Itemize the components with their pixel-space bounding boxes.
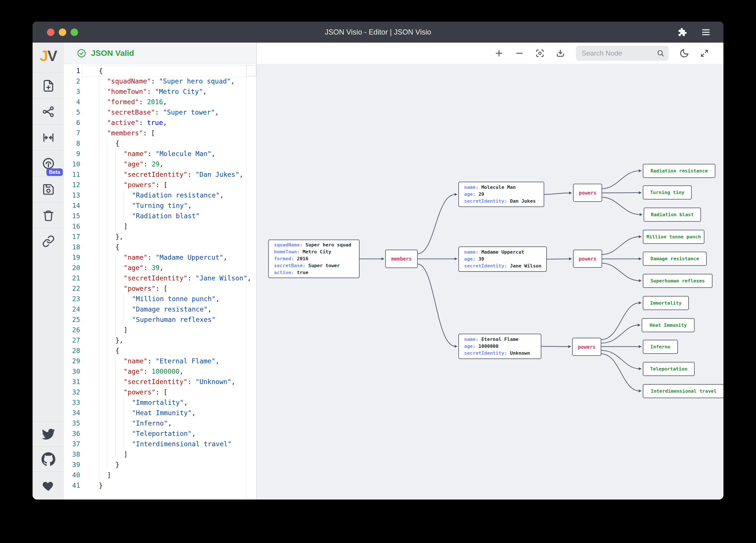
- browser-menu-icon[interactable]: [700, 27, 711, 37]
- code-line[interactable]: 24 "Damage resistance",: [64, 304, 256, 314]
- focus-node-button[interactable]: [535, 48, 545, 58]
- code-line[interactable]: 26 ]: [64, 325, 256, 335]
- code-line[interactable]: 11 "secretIdentity": "Dan Jukes",: [64, 169, 256, 180]
- code-line[interactable]: 41}: [64, 480, 256, 491]
- code-line[interactable]: 10 "age": 29,: [64, 159, 256, 169]
- node-power[interactable]: Teleportation: [643, 362, 695, 376]
- line-number: 21: [64, 273, 80, 283]
- node-member-1[interactable]: nameMadame Uppercut age39 secretIdentity…: [458, 247, 547, 272]
- node-power[interactable]: Superhuman reflexes: [643, 274, 712, 288]
- graph-canvas[interactable]: squadNameSuper hero squad homeTownMetro …: [256, 43, 723, 499]
- graph-view-button[interactable]: [33, 99, 64, 125]
- code-text: "Million tonne punch",: [99, 294, 220, 304]
- code-line[interactable]: 20 "age": 39,: [64, 263, 256, 273]
- center-view-button[interactable]: [33, 124, 64, 151]
- code-line[interactable]: 32 "powers": [: [64, 387, 256, 397]
- code-line[interactable]: 19 "name": "Madame Uppercut",: [64, 252, 256, 263]
- code-text: "Damage resistance",: [99, 304, 212, 314]
- dark-mode-button[interactable]: [679, 48, 689, 58]
- node-root[interactable]: squadNameSuper hero squad homeTownMetro …: [268, 240, 360, 278]
- node-powers-0[interactable]: powers: [573, 184, 602, 202]
- graph-nodes-icon: [42, 105, 55, 118]
- minimize-window-button[interactable]: [59, 29, 66, 36]
- code-text: ]: [99, 325, 128, 335]
- node-power[interactable]: Damage resistance: [643, 252, 707, 266]
- code-line[interactable]: 4 "formed": 2016,: [64, 97, 256, 107]
- node-power[interactable]: Radiation resistance: [643, 164, 715, 178]
- app-logo[interactable]: JV: [33, 47, 64, 65]
- node-power[interactable]: Immortality: [643, 296, 689, 310]
- code-line[interactable]: 38 ]: [64, 449, 256, 459]
- node-power[interactable]: Heat Immunity: [642, 318, 695, 332]
- code-line[interactable]: 15 "Radiation blast": [64, 211, 256, 221]
- save-button[interactable]: [33, 176, 64, 203]
- close-window-button[interactable]: [47, 29, 54, 36]
- code-line[interactable]: 23 "Million tonne punch",: [64, 294, 256, 304]
- code-line[interactable]: 29 "name": "Eternal Flame",: [64, 356, 256, 366]
- share-link-button[interactable]: [33, 228, 64, 254]
- code-line[interactable]: 39 }: [64, 459, 256, 470]
- code-text: "secretBase": "Super tower",: [99, 107, 219, 118]
- node-member-0[interactable]: nameMolecule Man age29 secretIdentityDan…: [458, 182, 544, 207]
- code-text: "age": 1000000,: [99, 366, 184, 376]
- code-line[interactable]: 13 "Radiation resistance",: [64, 190, 256, 201]
- search-icon: [657, 49, 665, 57]
- code-line[interactable]: 28 {: [64, 345, 256, 356]
- node-powers-1[interactable]: powers: [573, 250, 602, 268]
- node-power[interactable]: Turning tiny: [643, 186, 692, 200]
- code-line[interactable]: 14 "Turning tiny",: [64, 201, 256, 211]
- graph-viewport[interactable]: squadNameSuper hero squad homeTownMetro …: [257, 64, 723, 499]
- node-members[interactable]: members: [385, 250, 418, 268]
- code-line[interactable]: 30 "age": 1000000,: [64, 366, 256, 376]
- line-number: 19: [64, 252, 80, 263]
- code-line[interactable]: 34 "Heat Immunity",: [64, 408, 256, 418]
- code-line[interactable]: 7 "members": [: [64, 128, 256, 138]
- fullscreen-button[interactable]: [700, 49, 709, 58]
- code-line[interactable]: 12 "powers": [: [64, 180, 256, 190]
- node-power[interactable]: Million tonne punch: [643, 230, 704, 244]
- node-field: nameMolecule Man: [464, 184, 538, 191]
- sponsor-button[interactable]: [33, 472, 64, 499]
- code-text: "name": "Molecule Man",: [99, 149, 216, 159]
- code-line[interactable]: 36 "Teleportation",: [64, 428, 256, 439]
- node-member-2[interactable]: nameEternal Flame age1000000 secretIdent…: [458, 334, 541, 359]
- zoom-in-button[interactable]: [494, 48, 504, 58]
- code-line[interactable]: 31 "secretIdentity": "Unknown",: [64, 376, 256, 387]
- code-line[interactable]: 16 ]: [64, 221, 256, 232]
- code-line[interactable]: 1{: [64, 66, 256, 76]
- code-line[interactable]: 2 "squadName": "Super hero squad",: [64, 76, 256, 86]
- code-line[interactable]: 6 "active": true,: [64, 118, 256, 128]
- extensions-puzzle-icon[interactable]: [677, 27, 687, 37]
- code-line[interactable]: 22 "powers": [: [64, 283, 256, 294]
- code-line[interactable]: 18 {: [64, 242, 256, 252]
- code-line[interactable]: 17 },: [64, 232, 256, 242]
- download-image-button[interactable]: [555, 48, 565, 58]
- app-window: JSON Visio - Editor | JSON Visio JV: [33, 22, 723, 499]
- twitter-button[interactable]: [33, 421, 64, 446]
- code-line[interactable]: 37 "Interdimensional travel": [64, 439, 256, 449]
- zoom-out-button[interactable]: [515, 48, 524, 58]
- node-powers-2[interactable]: powers: [572, 338, 601, 356]
- code-text: "name": "Madame Uppercut",: [99, 252, 227, 263]
- search-node-input[interactable]: [581, 49, 657, 58]
- code-line[interactable]: 5 "secretBase": "Super tower",: [64, 107, 256, 118]
- code-line[interactable]: 8 {: [64, 138, 256, 149]
- code-line[interactable]: 27 },: [64, 335, 256, 345]
- json-editor[interactable]: 1{2 "squadName": "Super hero squad",3 "h…: [64, 64, 256, 499]
- code-line[interactable]: 35 "Inferno",: [64, 418, 256, 428]
- code-line[interactable]: 21 "secretIdentity": "Jane Wilson",: [64, 273, 256, 283]
- code-line[interactable]: 9 "name": "Molecule Man",: [64, 149, 256, 159]
- code-line[interactable]: 33 "Immortality",: [64, 397, 256, 408]
- node-power[interactable]: Radiation blast: [644, 208, 701, 222]
- code-line[interactable]: 3 "homeTown": "Metro City",: [64, 86, 256, 97]
- delete-button[interactable]: [33, 202, 64, 228]
- node-power[interactable]: Interdimensional travel: [643, 384, 723, 398]
- live-transform-button[interactable]: Beta: [33, 150, 64, 177]
- code-line[interactable]: 25 "Superhuman reflexes": [64, 314, 256, 325]
- github-button[interactable]: [33, 446, 64, 472]
- screen: JSON Visio - Editor | JSON Visio JV: [0, 0, 756, 543]
- new-document-button[interactable]: [33, 73, 64, 99]
- node-power[interactable]: Inferno: [643, 340, 678, 354]
- code-line[interactable]: 40 ]: [64, 470, 256, 480]
- maximize-window-button[interactable]: [71, 29, 78, 36]
